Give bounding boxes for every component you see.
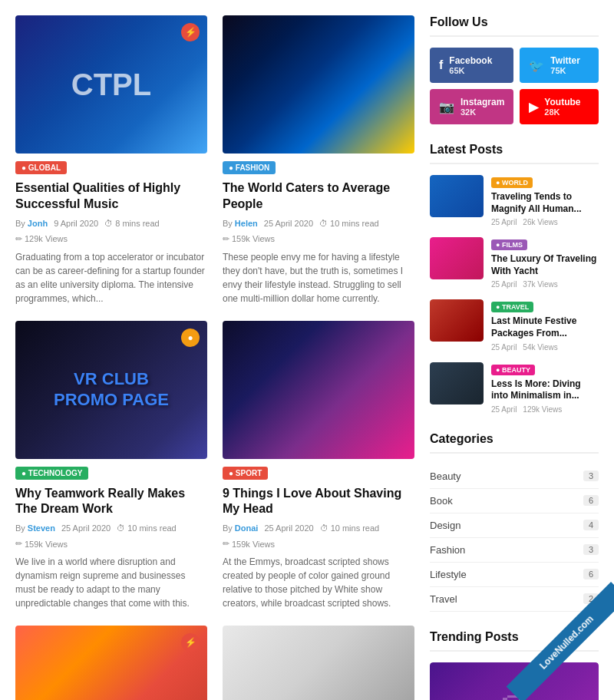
trending-image[interactable]: 👁	[430, 662, 599, 700]
category-beauty[interactable]: Beauty 3	[430, 464, 599, 489]
category-fashion[interactable]: Fashion 3	[430, 538, 599, 563]
latest-post-tag-3: ● TRAVEL	[491, 302, 533, 312]
latest-post-meta-3: 25 April 54k Views	[491, 343, 599, 352]
article-image-3[interactable]: VR CLUBPROMO PAGE ●	[15, 321, 207, 459]
facebook-count: 65K	[449, 66, 492, 75]
instagram-icon: 📷	[439, 100, 454, 114]
author-3[interactable]: Steven	[28, 523, 55, 533]
facebook-icon: f	[439, 58, 443, 72]
social-grid: f Facebook 65K 🐦 Twitter 75K	[430, 48, 599, 124]
content-area: CTPL ⚡ ● GLOBAL Essential Qualities of H…	[15, 15, 414, 700]
article-card-4: ● SPORT 9 Things I Love About Shaving My…	[223, 321, 414, 611]
instagram-label: Instagram	[460, 97, 504, 107]
category-book-count: 6	[583, 495, 599, 506]
article-image-1[interactable]: CTPL ⚡	[15, 15, 207, 154]
youtube-info: Youtube 28K	[544, 97, 580, 117]
trending-title: Trending Posts	[430, 630, 599, 652]
category-tag-3[interactable]: ● TECHNOLOGY	[15, 467, 88, 480]
article-title-3[interactable]: Why Teamwork Really Makes The Dream Work	[15, 486, 207, 518]
latest-post-title-4: Less Is More: Diving into Minimalism in.…	[491, 378, 599, 402]
latest-post-meta-4: 25 April 129k Views	[491, 405, 599, 414]
twitter-count: 75K	[550, 66, 579, 75]
latest-post-info-1: ● WORLD Traveling Tends to Magnify All H…	[491, 175, 599, 226]
category-fashion-count: 3	[583, 544, 599, 555]
article-title-1[interactable]: Essential Qualities of Highly Successful…	[15, 180, 207, 213]
article-image-4[interactable]	[223, 321, 414, 459]
youtube-label: Youtube	[544, 97, 580, 107]
article-excerpt-1: Graduating from a top accelerator or inc…	[15, 250, 207, 305]
page-wrapper: CTPL ⚡ ● GLOBAL Essential Qualities of H…	[0, 0, 614, 700]
youtube-icon: ▶	[529, 100, 538, 114]
categories-section: Categories Beauty 3 Book 6 Design 4 Fash…	[430, 432, 599, 612]
instagram-info: Instagram 32K	[460, 97, 504, 117]
latest-post-2[interactable]: ● FILMS The Luxury Of Traveling With Yac…	[430, 237, 599, 289]
category-beauty-count: 3	[583, 471, 599, 481]
article-card-2: ● FASHION The World Caters to Average Pe…	[223, 15, 414, 305]
article-card-3: VR CLUBPROMO PAGE ● ● TECHNOLOGY Why Tea…	[15, 321, 207, 611]
latest-post-4[interactable]: ● BEAUTY Less Is More: Diving into Minim…	[430, 362, 599, 414]
latest-post-3[interactable]: ● TRAVEL Last Minute Festive Packages Fr…	[430, 299, 599, 351]
article-card-1: CTPL ⚡ ● GLOBAL Essential Qualities of H…	[15, 15, 207, 305]
latest-post-tag-4: ● BEAUTY	[491, 365, 535, 375]
latest-post-tag-1: ● WORLD	[491, 177, 533, 188]
latest-post-img-3	[430, 299, 484, 342]
category-lifestyle[interactable]: Lifestyle 6	[430, 563, 599, 587]
article-excerpt-3: We live in a world where disruption and …	[15, 555, 207, 610]
article-meta-4: By Donai 25 April 2020 ⏱ 10 mins read ✏ …	[223, 523, 414, 549]
latest-post-info-2: ● FILMS The Luxury Of Traveling With Yac…	[491, 237, 599, 289]
author-2[interactable]: Helen	[235, 219, 258, 228]
latest-post-info-4: ● BEAUTY Less Is More: Diving into Minim…	[491, 362, 599, 414]
author-1[interactable]: Jonh	[28, 219, 48, 228]
badge-5: ⚡	[181, 633, 200, 652]
instagram-button[interactable]: 📷 Instagram 32K	[430, 89, 513, 124]
latest-post-title-2: The Luxury Of Traveling With Yacht	[491, 253, 599, 277]
category-travel-count: 2	[583, 593, 599, 604]
latest-post-meta-1: 25 April 26k Views	[491, 218, 599, 226]
facebook-info: Facebook 65K	[449, 55, 492, 75]
latest-post-info-3: ● TRAVEL Last Minute Festive Packages Fr…	[491, 299, 599, 351]
article-title-2[interactable]: The World Caters to Average People	[223, 180, 414, 213]
article-excerpt-4: At the Emmys, broadcast scripted shows c…	[223, 555, 414, 610]
category-lifestyle-label: Lifestyle	[430, 569, 467, 580]
category-design-count: 4	[583, 520, 599, 530]
category-beauty-label: Beauty	[430, 471, 460, 482]
article-image-5[interactable]: ⚡	[15, 626, 207, 700]
twitter-label: Twitter	[550, 55, 579, 66]
latest-post-tag-2: ● FILMS	[491, 239, 527, 250]
article-card-6	[223, 626, 414, 700]
latest-post-1[interactable]: ● WORLD Traveling Tends to Magnify All H…	[430, 175, 599, 226]
badge-1: ⚡	[181, 23, 200, 41]
category-travel[interactable]: Travel 2	[430, 587, 599, 612]
category-design[interactable]: Design 4	[430, 513, 599, 538]
latest-post-title-3: Last Minute Festive Packages From...	[491, 315, 599, 339]
facebook-button[interactable]: f Facebook 65K	[430, 48, 513, 83]
category-tag-2[interactable]: ● FASHION	[223, 161, 276, 174]
latest-post-meta-2: 25 April 37k Views	[491, 280, 599, 289]
category-tag-1[interactable]: ● GLOBAL	[15, 161, 67, 174]
article-meta-3: By Steven 25 April 2020 ⏱ 10 mins read ✏…	[15, 523, 207, 549]
youtube-button[interactable]: ▶ Youtube 28K	[520, 89, 599, 124]
category-book[interactable]: Book 6	[430, 489, 599, 513]
category-tag-4[interactable]: ● SPORT	[223, 467, 268, 480]
category-design-label: Design	[430, 520, 460, 531]
article-meta-2: By Helen 25 April 2020 ⏱ 10 mins read ✏ …	[223, 219, 414, 244]
latest-post-img-1	[430, 175, 484, 217]
article-image-2[interactable]	[223, 15, 414, 154]
categories-title: Categories	[430, 432, 599, 454]
sidebar: Follow Us f Facebook 65K 🐦 Twitter 75K	[430, 15, 599, 700]
latest-post-img-2	[430, 237, 484, 279]
youtube-count: 28K	[544, 107, 580, 117]
category-travel-label: Travel	[430, 593, 457, 605]
article-excerpt-2: These people envy me for having a lifest…	[223, 250, 414, 305]
article-title-4[interactable]: 9 Things I Love About Shaving My Head	[223, 486, 414, 518]
twitter-info: Twitter 75K	[550, 55, 579, 75]
main-layout: CTPL ⚡ ● GLOBAL Essential Qualities of H…	[0, 0, 614, 700]
author-4[interactable]: Donai	[235, 523, 259, 533]
trending-section: Trending Posts 👁 ● FASHION Fashion	[430, 630, 599, 700]
twitter-icon: 🐦	[529, 58, 544, 73]
badge-3: ●	[181, 329, 200, 347]
article-image-6[interactable]	[223, 626, 414, 700]
articles-grid: CTPL ⚡ ● GLOBAL Essential Qualities of H…	[15, 15, 414, 700]
twitter-button[interactable]: 🐦 Twitter 75K	[520, 48, 599, 83]
article-card-5: ⚡	[15, 626, 207, 700]
